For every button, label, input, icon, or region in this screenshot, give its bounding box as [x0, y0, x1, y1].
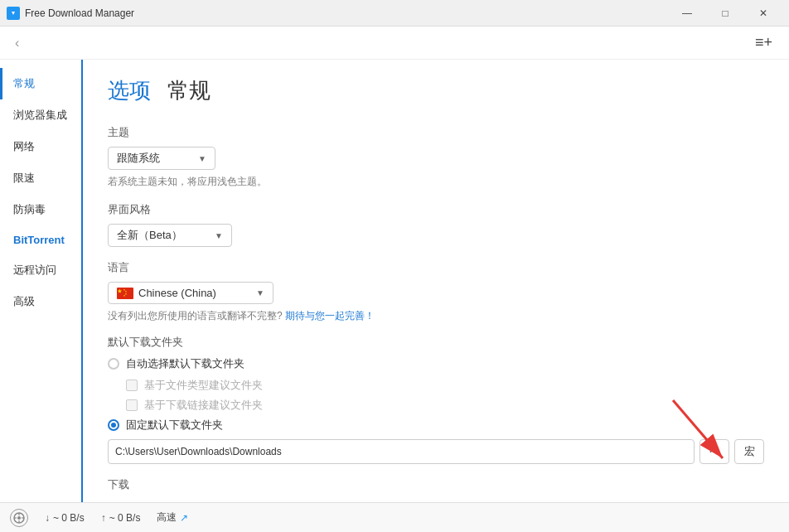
ui-style-value: 全新（Beta）: [117, 228, 182, 243]
title-bar-controls: — □ ✕: [668, 0, 782, 27]
sidebar-item-label-general: 常规: [13, 76, 35, 91]
checkbox-label-by-link: 基于下载链接建议文件夹: [144, 398, 263, 413]
sidebar-item-label-browser: 浏览器集成: [13, 108, 67, 123]
lang-link-text: 没有列出您所使用的语言或翻译不完整? 期待与您一起完善！: [108, 309, 764, 323]
sidebar-item-antivirus[interactable]: 防病毒: [0, 194, 81, 225]
title-bar-left: Free Download Manager: [7, 7, 134, 20]
theme-label: 主题: [108, 125, 764, 140]
china-flag-icon: [117, 288, 133, 299]
minimize-button[interactable]: —: [668, 0, 706, 27]
lang-link[interactable]: 期待与您一起完善！: [285, 310, 375, 322]
svg-point-10: [17, 516, 21, 520]
sidebar-item-label-network: 网络: [13, 139, 35, 154]
main-layout: 常规 浏览器集成 网络 限速 防病毒 BitTorrent 远程访问 高级 选项…: [0, 60, 789, 502]
close-button[interactable]: ✕: [744, 0, 782, 27]
radio-label-auto: 自动选择默认下载文件夹: [126, 356, 244, 371]
ui-style-dropdown[interactable]: 全新（Beta） ▼: [108, 224, 232, 247]
lang-label-row: Chinese (China): [117, 287, 216, 299]
sidebar-item-advanced[interactable]: 高级: [0, 286, 81, 317]
mode-icon: ↗: [180, 512, 188, 524]
language-dropdown[interactable]: Chinese (China) ▼: [108, 282, 273, 304]
maximize-button[interactable]: □: [706, 0, 744, 27]
speed-up-value: ~ 0 B/s: [109, 512, 141, 524]
app-title: Free Download Manager: [25, 7, 134, 19]
status-mode: 高速 ↗: [157, 510, 188, 525]
radio-circle-fixed: [108, 419, 119, 431]
title-bar: Free Download Manager — □ ✕: [0, 0, 789, 27]
language-label: 语言: [108, 260, 764, 275]
sidebar-item-network[interactable]: 网络: [0, 131, 81, 162]
radio-label-fixed: 固定默认下载文件夹: [126, 418, 223, 433]
toolbar: ‹ ≡+: [0, 27, 789, 60]
lang-hint-prefix: 没有列出您所使用的语言或翻译不完整?: [108, 310, 283, 322]
arrow-up-icon: ↑: [101, 512, 106, 524]
status-icon[interactable]: [10, 509, 28, 527]
speed-down-value: ~ 0 B/s: [53, 512, 85, 524]
mode-label: 高速: [157, 510, 177, 525]
page-header: 选项 常规: [108, 76, 764, 105]
menu-button[interactable]: ≡+: [748, 31, 779, 55]
sidebar-item-remote[interactable]: 远程访问: [0, 254, 81, 286]
toolbar-left: ‹: [10, 32, 24, 54]
language-dropdown-arrow: ▼: [256, 288, 264, 297]
sidebar-item-label-bittorrent: BitTorrent: [13, 234, 65, 246]
sidebar-item-label-speed: 限速: [13, 171, 35, 186]
ui-style-label: 界面风格: [108, 202, 764, 217]
app-icon: [7, 7, 20, 20]
language-value: Chinese (China): [138, 287, 216, 299]
radio-item-auto[interactable]: 自动选择默认下载文件夹: [108, 356, 764, 371]
sidebar-item-bittorrent[interactable]: BitTorrent: [0, 225, 81, 254]
page-title: 常规: [167, 76, 211, 105]
sidebar-item-browser[interactable]: 浏览器集成: [0, 99, 81, 131]
path-row: ··· 宏: [108, 439, 764, 464]
ui-style-dropdown-arrow: ▼: [215, 231, 223, 240]
path-macro-button[interactable]: 宏: [734, 439, 764, 464]
path-input[interactable]: [108, 439, 695, 464]
checkbox-by-type: [126, 380, 138, 391]
svg-rect-1: [117, 288, 133, 299]
back-button[interactable]: ‹: [10, 32, 24, 54]
radio-circle-auto: [108, 358, 119, 370]
theme-hint: 若系统主题未知，将应用浅色主题。: [108, 175, 764, 189]
status-speed-down: ↓ ~ 0 B/s: [45, 512, 85, 524]
sidebar-item-general[interactable]: 常规: [0, 68, 81, 99]
status-speed-up: ↑ ~ 0 B/s: [101, 512, 141, 524]
radio-group-download: 自动选择默认下载文件夹 基于文件类型建议文件夹 基于下载链接建议文件夹 固定默认…: [108, 356, 764, 433]
sidebar: 常规 浏览器集成 网络 限速 防病毒 BitTorrent 远程访问 高级: [0, 60, 83, 502]
status-bar: ↓ ~ 0 B/s ↑ ~ 0 B/s 高速 ↗: [0, 502, 789, 532]
arrow-down-icon: ↓: [45, 512, 50, 524]
download-folder-label: 默认下载文件夹: [108, 335, 764, 350]
path-dots-button[interactable]: ···: [699, 439, 729, 464]
sidebar-item-speed[interactable]: 限速: [0, 162, 81, 194]
content-area: 选项 常规 主题 跟随系统 ▼ 若系统主题未知，将应用浅色主题。 界面风格 全新…: [83, 60, 789, 502]
theme-value: 跟随系统: [117, 151, 160, 166]
sidebar-item-label-advanced: 高级: [13, 294, 35, 309]
radio-item-fixed[interactable]: 固定默认下载文件夹: [108, 418, 764, 433]
theme-dropdown[interactable]: 跟随系统 ▼: [108, 147, 215, 170]
checkbox-by-link: [126, 399, 138, 411]
downloads-section-label: 下载: [108, 477, 764, 492]
sidebar-item-label-antivirus: 防病毒: [13, 202, 46, 217]
sidebar-item-label-remote: 远程访问: [13, 263, 56, 278]
theme-dropdown-arrow: ▼: [198, 154, 206, 163]
section-title: 选项: [108, 76, 151, 105]
checkbox-label-by-type: 基于文件类型建议文件夹: [144, 378, 263, 393]
checkbox-item-by-link: 基于下载链接建议文件夹: [108, 398, 764, 413]
checkbox-item-by-type: 基于文件类型建议文件夹: [108, 378, 764, 393]
